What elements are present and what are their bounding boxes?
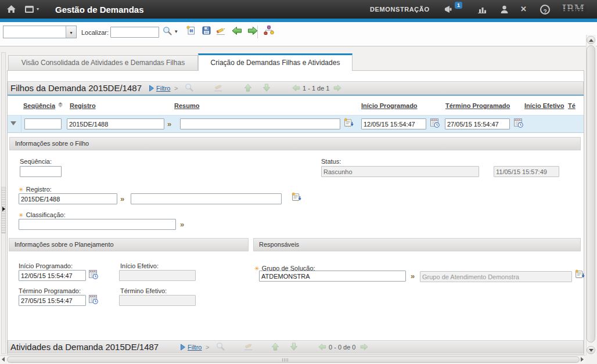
record-select[interactable]: ▾ (3, 26, 77, 38)
filhos-search-icon (185, 83, 194, 92)
scroll-down-button[interactable] (587, 346, 595, 354)
required-star-icon: ✳ (19, 212, 23, 218)
grupo-solucao-input[interactable] (259, 271, 406, 282)
announcements-icon[interactable] (444, 5, 454, 13)
info-filho-section-bar (9, 137, 581, 150)
ibm-logo: IBM (562, 4, 585, 14)
row-inicio-calendar-icon[interactable] (430, 118, 440, 128)
filhos-prev-page-icon (292, 84, 300, 92)
row-registro-input[interactable] (67, 118, 164, 129)
filter-play-icon[interactable] (149, 85, 154, 92)
reports-chart-icon[interactable] (477, 6, 487, 13)
next-record-icon[interactable] (247, 26, 258, 35)
horizontal-scrollbar-grip[interactable] (282, 358, 289, 362)
info-filho-title: Informações sobre o Filho (15, 140, 89, 147)
app-switcher-icon[interactable] (24, 5, 35, 13)
splitter-arrow-icon (2, 207, 5, 211)
search-caret-icon[interactable]: ▾ (175, 28, 178, 34)
col-sequencia[interactable]: Seqüência (23, 102, 55, 109)
col-registro[interactable]: Registro (70, 102, 96, 109)
planejamento-title: Informações sobre o Planejamento (15, 241, 114, 248)
environment-label: DEMONSTRAÇÃO (370, 6, 430, 13)
profile-icon[interactable] (500, 5, 509, 13)
previous-record-icon[interactable] (232, 26, 242, 35)
classificacao-label: ✳ Classificação: (19, 209, 66, 219)
atividades-next-row-icon (290, 343, 298, 351)
classificacao-detail-chevron-icon[interactable]: » (180, 221, 184, 229)
classificacao-input[interactable] (19, 219, 176, 230)
scroll-up-button[interactable] (587, 36, 595, 44)
inicio-programado-label: Início Programado: (19, 262, 73, 269)
row-termino-programado-input[interactable] (445, 118, 510, 129)
grupo-solucao-longdesc-icon[interactable] (575, 269, 585, 279)
filter-play-icon[interactable] (180, 344, 186, 351)
vertical-scrollbar-thumb[interactable] (587, 45, 595, 343)
filhos-next-row-icon (262, 84, 271, 92)
row-sequencia-input[interactable] (24, 118, 62, 129)
row-collapse-icon[interactable] (10, 121, 16, 125)
route-workflow-icon[interactable] (263, 26, 275, 35)
atividades-search-icon (216, 342, 225, 351)
atividades-next-page-icon (360, 343, 368, 351)
row-separator (21, 115, 21, 133)
localizar-label: Localizar: (81, 29, 109, 36)
sequencia-input[interactable] (20, 166, 62, 177)
termino-efetivo-field (119, 295, 196, 306)
col-inicio-efetivo[interactable]: Início Efetivo (524, 102, 564, 109)
tab-visao-consolidada[interactable]: Visão Consolidada de Atividades e Demand… (8, 55, 198, 71)
filhos-prev-row-icon (244, 84, 252, 92)
row-termino-calendar-icon[interactable] (514, 118, 523, 128)
responsaveis-title: Responsáveis (259, 241, 299, 248)
scroll-left-button[interactable] (2, 357, 5, 362)
atividades-filter-expand-icon[interactable]: > (206, 344, 209, 351)
registro-detail-chevron-icon[interactable]: » (120, 195, 124, 203)
title-bar: ▾ Gestão de Demandas DEMONSTRAÇÃO 1 ✕ ? … (0, 0, 597, 19)
filhos-pagination: 1 - 1 de 1 (303, 85, 329, 92)
termino-programado-label: Término Programado: (19, 287, 81, 294)
atividades-prev-row-icon (271, 343, 279, 351)
scroll-right-button[interactable] (581, 357, 584, 362)
localizar-input[interactable] (110, 27, 159, 38)
row-registro-detail-chevron-icon[interactable]: » (167, 120, 171, 128)
row-inicio-programado-input[interactable] (361, 118, 426, 129)
col-termino-programado[interactable]: Término Programado (445, 102, 510, 109)
atividades-pagination: 0 - 0 de 0 (329, 344, 355, 351)
clear-changes-icon[interactable] (216, 26, 227, 35)
logout-close-icon[interactable]: ✕ (520, 5, 527, 13)
help-icon[interactable]: ? (540, 5, 550, 15)
row-resumo-input[interactable] (180, 118, 340, 129)
inicio-efetivo-field (119, 270, 196, 281)
record-select-caret-icon[interactable]: ▾ (66, 26, 76, 38)
home-icon[interactable] (6, 5, 16, 13)
atividades-prev-page-icon (318, 343, 326, 351)
row-resumo-longdesc-icon[interactable] (344, 118, 354, 128)
inicio-programado-calendar-icon[interactable] (89, 269, 98, 279)
status-field (321, 166, 479, 177)
registro-descricao-input[interactable] (131, 193, 282, 204)
new-record-icon[interactable] (186, 26, 196, 35)
grupo-solucao-detail-chevron-icon[interactable]: » (411, 272, 415, 280)
horizontal-scrollbar-thumb[interactable] (7, 356, 580, 363)
filhos-filter-expand-icon[interactable]: > (174, 85, 178, 92)
app-switcher-caret-icon[interactable]: ▾ (37, 8, 39, 9)
col-inicio-programado[interactable]: Início Programado (361, 102, 418, 109)
filhos-section-title: Filhos da Demanda 2015DE/1487 (10, 83, 142, 93)
tab-criacao-demandas[interactable]: Criação de Demandas Filhas e Atividades (198, 53, 353, 71)
col-termino-efetivo[interactable]: Té (568, 102, 584, 109)
sort-asc-icon[interactable] (58, 102, 63, 107)
registro-input[interactable] (19, 193, 117, 204)
grupo-solucao-descricao-field (420, 271, 572, 282)
filhos-filter-link[interactable]: Filtro (156, 85, 170, 92)
atividades-edit-icon (244, 342, 254, 351)
atividades-filter-link[interactable]: Filtro (188, 344, 202, 351)
save-icon[interactable] (202, 26, 211, 35)
status-date-field (494, 166, 559, 177)
search-icon[interactable] (163, 26, 172, 36)
registro-longdesc-icon[interactable] (292, 192, 301, 202)
tab-content-panel (7, 70, 584, 355)
termino-programado-calendar-icon[interactable] (89, 294, 98, 304)
termino-programado-input[interactable] (19, 295, 86, 306)
col-resumo[interactable]: Resumo (174, 102, 199, 109)
notification-badge[interactable]: 1 (455, 2, 462, 9)
inicio-programado-input[interactable] (19, 270, 86, 281)
